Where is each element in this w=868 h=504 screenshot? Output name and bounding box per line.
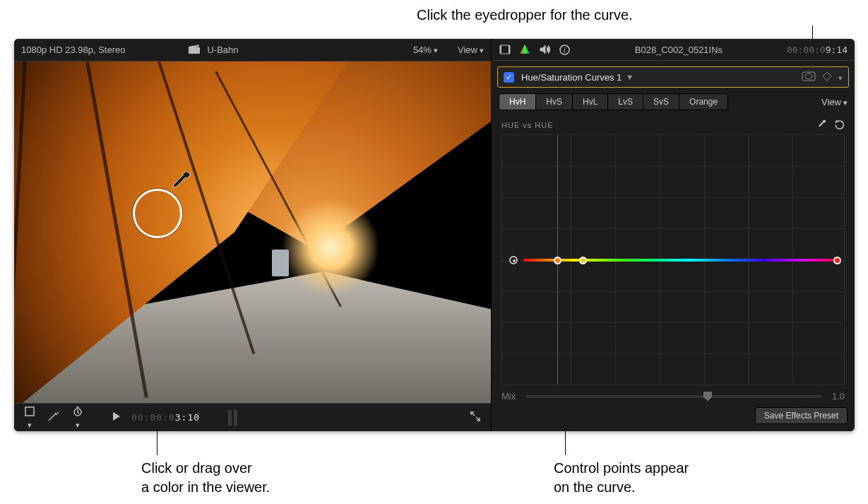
- viewer-canvas[interactable]: [14, 61, 491, 403]
- clapperboard-icon[interactable]: [189, 44, 200, 56]
- mix-label: Mix: [501, 391, 516, 402]
- clip-title: U-Bahn: [207, 45, 238, 55]
- mix-slider[interactable]: [525, 395, 822, 398]
- audio-inspector-icon[interactable]: [538, 43, 551, 56]
- mix-row: Mix 1.0: [492, 385, 855, 402]
- tab-orange[interactable]: Orange: [679, 94, 727, 110]
- control-point-red[interactable]: [833, 257, 841, 264]
- app-window: 1080p HD 23.98p, Stereo U-Bahn 54% View: [14, 39, 855, 431]
- inspector-top-bar: i B028_C002_0521INs 00:00:09:14: [492, 39, 855, 61]
- hue-gradient-line[interactable]: [523, 259, 840, 262]
- curve-origin-handle[interactable]: [509, 256, 518, 264]
- video-inspector-icon[interactable]: [499, 43, 511, 56]
- tab-hvh[interactable]: HvH: [499, 94, 536, 110]
- svg-rect-3: [500, 45, 501, 54]
- curve-section: HUE vs HUE: [492, 116, 855, 385]
- effect-header-row[interactable]: ✓ Hue/Saturation Curves 1 ▼: [497, 66, 849, 88]
- svg-rect-0: [25, 407, 34, 416]
- effect-instance-chevron-icon[interactable]: ▼: [626, 73, 634, 81]
- keyframe-icon[interactable]: [823, 72, 831, 83]
- callout-control-points: Control points appear on the curve.: [554, 459, 689, 497]
- svg-text:i: i: [564, 46, 566, 54]
- curve-reset-icon[interactable]: [834, 119, 845, 131]
- curve-editor[interactable]: [501, 134, 845, 385]
- effect-name: Hue/Saturation Curves 1: [521, 72, 622, 83]
- inspector-timecode: 00:00:09:14: [787, 45, 848, 55]
- info-inspector-icon[interactable]: i: [558, 43, 571, 56]
- color-inspector-icon[interactable]: [518, 43, 531, 56]
- curve-title: HUE vs HUE: [501, 121, 554, 129]
- curve-eyedropper-icon[interactable]: [815, 119, 827, 132]
- tab-hvl[interactable]: HvL: [573, 94, 608, 110]
- audio-meters: [228, 410, 237, 426]
- mix-value[interactable]: 1.0: [832, 391, 845, 402]
- view-menu-viewer[interactable]: View: [458, 45, 484, 55]
- video-preview: [14, 61, 491, 403]
- svg-rect-4: [509, 45, 510, 54]
- tab-lvs[interactable]: LvS: [608, 94, 643, 110]
- tab-hvs[interactable]: HvS: [536, 94, 573, 110]
- eyedropper-cursor-icon: [165, 169, 193, 197]
- callout-viewer-click: Click or drag over a color in the viewer…: [141, 459, 270, 497]
- zoom-dropdown[interactable]: 54%: [413, 45, 438, 55]
- inspector-pane: i B028_C002_0521INs 00:00:09:14 ✓ Hue/Sa…: [491, 39, 855, 431]
- inspector-clip-name: B028_C002_0521INs: [635, 45, 723, 55]
- viewer-top-bar: 1080p HD 23.98p, Stereo U-Bahn 54% View: [14, 39, 491, 61]
- curve-tabs: HvH HvS HvL LvS SvS Orange: [499, 93, 728, 110]
- effect-mask-icon[interactable]: [802, 71, 816, 83]
- svg-rect-2: [500, 45, 510, 54]
- view-menu-inspector[interactable]: View: [813, 97, 848, 107]
- control-point-yellow[interactable]: [579, 257, 587, 264]
- crop-tool-icon[interactable]: [21, 406, 38, 430]
- control-point-orange[interactable]: [554, 257, 561, 264]
- save-effects-preset-button[interactable]: Save Effects Preset: [755, 407, 848, 424]
- callout-eyedropper: Click the eyedropper for the curve.: [417, 6, 633, 25]
- retime-tool-icon[interactable]: [69, 406, 86, 430]
- fullscreen-icon[interactable]: [467, 411, 484, 424]
- clip-format: 1080p HD 23.98p, Stereo: [21, 45, 125, 55]
- color-sample-loupe[interactable]: [133, 189, 182, 238]
- viewer-timecode[interactable]: 00:00:03:10: [131, 412, 200, 423]
- curve-tab-row: HvH HvS HvL LvS SvS Orange View: [492, 93, 855, 116]
- viewer-pane: 1080p HD 23.98p, Stereo U-Bahn 54% View: [14, 39, 491, 431]
- viewer-bottom-bar: 00:00:03:10: [14, 403, 491, 431]
- effect-enabled-checkbox[interactable]: ✓: [504, 72, 514, 83]
- effect-menu-chevron-icon[interactable]: [838, 72, 843, 83]
- svg-point-8: [805, 74, 812, 79]
- play-button[interactable]: [107, 411, 124, 423]
- tab-svs[interactable]: SvS: [643, 94, 679, 110]
- enhance-tool-icon[interactable]: [45, 411, 62, 424]
